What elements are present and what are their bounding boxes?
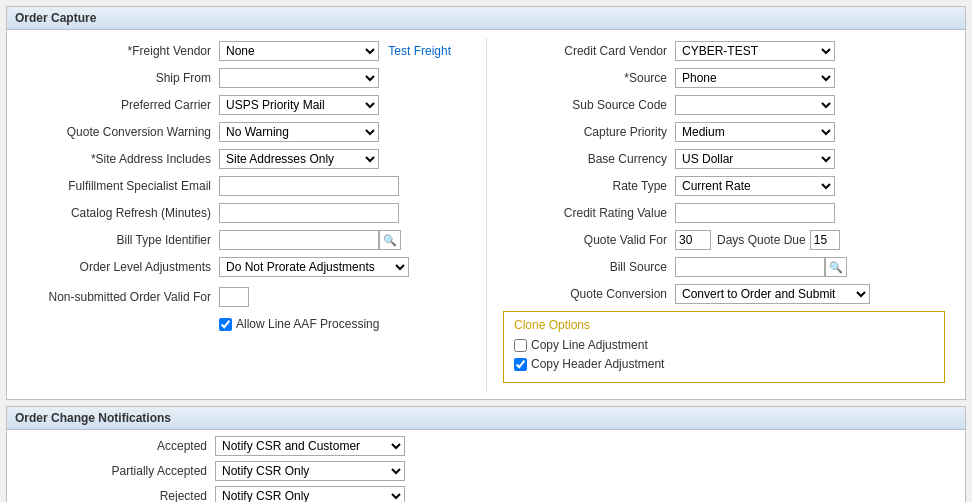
non-submitted-input[interactable] (219, 287, 249, 307)
capture-priority-control: Medium (675, 122, 953, 142)
sub-source-label: Sub Source Code (495, 98, 675, 112)
non-submitted-label: Non-submitted Order Valid For (19, 290, 219, 304)
capture-priority-select[interactable]: Medium (675, 122, 835, 142)
capture-priority-row: Capture Priority Medium (495, 121, 953, 143)
rejected-row: Rejected Notify CSR Only Notify CSR and … (15, 486, 957, 502)
bill-source-label: Bill Source (495, 260, 675, 274)
quote-valid-input[interactable] (675, 230, 711, 250)
partially-accepted-row: Partially Accepted Notify CSR Only Notif… (15, 461, 957, 481)
copy-line-adj-row: Copy Line Adjustment (514, 338, 934, 352)
allow-aaf-row: Allow Line AAF Processing (19, 313, 478, 335)
test-freight-link[interactable]: Test Freight (388, 44, 451, 58)
order-change-notifications-section: Order Change Notifications Accepted Noti… (6, 406, 966, 502)
fulfillment-email-control (219, 176, 478, 196)
days-quote-due-input[interactable] (810, 230, 840, 250)
bill-source-input[interactable] (675, 257, 825, 277)
rate-type-select[interactable]: Current Rate (675, 176, 835, 196)
preferred-carrier-select[interactable]: USPS Priority Mail (219, 95, 379, 115)
source-control: Phone (675, 68, 953, 88)
rejected-select[interactable]: Notify CSR Only Notify CSR and Customer … (215, 486, 405, 502)
ship-from-select[interactable] (219, 68, 379, 88)
order-level-adj-label: Order Level Adjustments (19, 260, 219, 274)
rate-type-control: Current Rate (675, 176, 953, 196)
capture-priority-label: Capture Priority (495, 125, 675, 139)
quote-conversion-warning-control: No Warning (219, 122, 478, 142)
base-currency-select[interactable]: US Dollar (675, 149, 835, 169)
quote-conversion-warning-select[interactable]: No Warning (219, 122, 379, 142)
source-select[interactable]: Phone (675, 68, 835, 88)
bill-type-control: 🔍 (219, 230, 478, 250)
allow-aaf-checkbox[interactable] (219, 318, 232, 331)
freight-vendor-select[interactable]: None (219, 41, 379, 61)
base-currency-row: Base Currency US Dollar (495, 148, 953, 170)
quote-conversion-warning-row: Quote Conversion Warning No Warning (19, 121, 478, 143)
source-row: *Source Phone (495, 67, 953, 89)
order-capture-content: *Freight Vendor None Test Freight Ship F… (7, 30, 965, 399)
credit-card-vendor-row: Credit Card Vendor CYBER-TEST (495, 40, 953, 62)
sub-source-select[interactable] (675, 95, 835, 115)
copy-line-adjustment-label: Copy Line Adjustment (531, 338, 648, 352)
rejected-label: Rejected (15, 489, 215, 502)
preferred-carrier-row: Preferred Carrier USPS Priority Mail (19, 94, 478, 116)
credit-rating-control (675, 203, 953, 223)
rate-type-row: Rate Type Current Rate (495, 175, 953, 197)
quote-valid-label: Quote Valid For (495, 233, 675, 247)
right-column: Credit Card Vendor CYBER-TEST *Source Ph… (486, 38, 961, 391)
freight-vendor-label: *Freight Vendor (19, 44, 219, 58)
copy-header-adj-row: Copy Header Adjustment (514, 357, 934, 371)
order-capture-grid: *Freight Vendor None Test Freight Ship F… (11, 38, 961, 391)
ship-from-control (219, 68, 478, 88)
quote-conversion-label: Quote Conversion (495, 287, 675, 301)
accepted-select[interactable]: Notify CSR and Customer Notify CSR Only … (215, 436, 405, 456)
order-level-adj-row: Order Level Adjustments Do Not Prorate A… (19, 256, 478, 278)
order-change-notifications-title: Order Change Notifications (15, 411, 171, 425)
order-capture-section: Order Capture *Freight Vendor None Test … (6, 6, 966, 400)
copy-header-adjustment-checkbox[interactable] (514, 358, 527, 371)
base-currency-control: US Dollar (675, 149, 953, 169)
quote-conversion-select[interactable]: Convert to Order and Submit (675, 284, 870, 304)
notifications-grid: Accepted Notify CSR and Customer Notify … (7, 430, 965, 502)
freight-vendor-row: *Freight Vendor None Test Freight (19, 40, 478, 62)
sub-source-control (675, 95, 953, 115)
ship-from-row: Ship From (19, 67, 478, 89)
clone-options-title: Clone Options (514, 318, 934, 332)
fulfillment-email-label: Fulfillment Specialist Email (19, 179, 219, 193)
allow-aaf-label: Allow Line AAF Processing (236, 317, 379, 331)
credit-rating-input[interactable] (675, 203, 835, 223)
base-currency-label: Base Currency (495, 152, 675, 166)
catalog-refresh-input[interactable] (219, 203, 399, 223)
accepted-label: Accepted (15, 439, 215, 453)
non-submitted-control (219, 287, 478, 307)
partially-accepted-select[interactable]: Notify CSR Only Notify CSR and Customer … (215, 461, 405, 481)
left-column: *Freight Vendor None Test Freight Ship F… (11, 38, 486, 391)
quote-conversion-warning-label: Quote Conversion Warning (19, 125, 219, 139)
bill-type-row: Bill Type Identifier 🔍 (19, 229, 478, 251)
bill-source-row: Bill Source 🔍 (495, 256, 953, 278)
source-label: *Source (495, 71, 675, 85)
fulfillment-email-input[interactable] (219, 176, 399, 196)
sub-source-row: Sub Source Code (495, 94, 953, 116)
credit-card-vendor-control: CYBER-TEST (675, 41, 953, 61)
bill-type-lookup-button[interactable]: 🔍 (379, 230, 401, 250)
bill-source-control: 🔍 (675, 257, 847, 277)
catalog-refresh-control (219, 203, 478, 223)
quote-valid-row: Quote Valid For Days Quote Due (495, 229, 953, 251)
order-level-adj-control: Do Not Prorate Adjustments (219, 257, 478, 277)
preferred-carrier-control: USPS Priority Mail (219, 95, 478, 115)
credit-card-vendor-label: Credit Card Vendor (495, 44, 675, 58)
bill-type-input[interactable] (219, 230, 379, 250)
clone-options-box: Clone Options Copy Line Adjustment Copy … (503, 311, 945, 383)
site-address-includes-label: *Site Address Includes (19, 152, 219, 166)
quote-conversion-row: Quote Conversion Convert to Order and Su… (495, 283, 953, 305)
order-capture-title: Order Capture (15, 11, 96, 25)
order-level-adj-select[interactable]: Do Not Prorate Adjustments (219, 257, 409, 277)
ship-from-label: Ship From (19, 71, 219, 85)
site-address-includes-select[interactable]: Site Addresses Only (219, 149, 379, 169)
bill-type-label: Bill Type Identifier (19, 233, 219, 247)
credit-card-vendor-select[interactable]: CYBER-TEST (675, 41, 835, 61)
preferred-carrier-label: Preferred Carrier (19, 98, 219, 112)
bill-source-lookup-button[interactable]: 🔍 (825, 257, 847, 277)
copy-line-adjustment-checkbox[interactable] (514, 339, 527, 352)
quote-valid-control: Days Quote Due (675, 230, 840, 250)
site-address-includes-control: Site Addresses Only (219, 149, 478, 169)
